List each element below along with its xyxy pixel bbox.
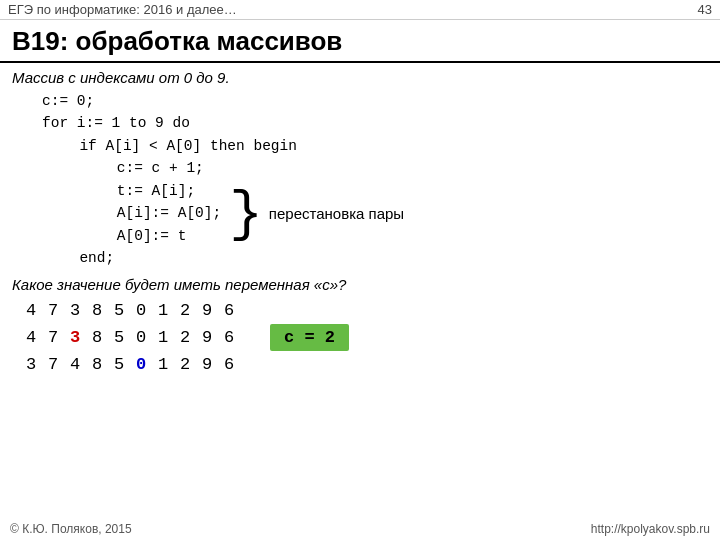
array-row-2: 4 7 3 8 5 0 1 2 9 6 c = 2 [20, 324, 708, 351]
page-title: B19: обработка массивов [0, 20, 720, 63]
code-line-7: A[0]:= t [82, 225, 221, 247]
cell-r3-2: 4 [64, 355, 86, 374]
cell-r2-4: 5 [108, 328, 130, 347]
array-row-3: 3 7 4 8 5 0 1 2 9 6 [20, 355, 708, 374]
cell-r2-6: 1 [152, 328, 174, 347]
brace-symbol: } [229, 186, 263, 242]
cell-r1-4: 5 [108, 301, 130, 320]
cell-r1-7: 2 [174, 301, 196, 320]
cell-r1-2: 3 [64, 301, 86, 320]
cell-r1-0: 4 [20, 301, 42, 320]
cell-r3-3: 8 [86, 355, 108, 374]
cell-r3-6: 1 [152, 355, 174, 374]
cell-r2-5: 0 [130, 328, 152, 347]
cell-r3-1: 7 [42, 355, 64, 374]
code-block: c:= 0; for i:= 1 to 9 do if A[i] < A[0] … [22, 90, 708, 270]
cell-r2-7: 2 [174, 328, 196, 347]
intro-text: Массив с индексами от 0 до 9. [12, 69, 708, 86]
brace-lines: t:= A[i]; A[i]:= A[0]; A[0]:= t [22, 180, 221, 247]
cell-r1-5: 0 [130, 301, 152, 320]
footer: © К.Ю. Поляков, 2015 http://kpolyakov.sp… [0, 522, 720, 536]
code-line-1: c:= 0; [42, 90, 708, 112]
cell-r2-9: 6 [218, 328, 240, 347]
brace-annotation: } перестановка пары [229, 186, 404, 242]
cell-r3-4: 5 [108, 355, 130, 374]
code-line-4: c:= c + 1; [82, 157, 708, 179]
cell-r1-6: 1 [152, 301, 174, 320]
footer-right: http://kpolyakov.spb.ru [591, 522, 710, 536]
header-bar: ЕГЭ по информатике: 2016 и далее… 43 [0, 0, 720, 20]
cell-r1-9: 6 [218, 301, 240, 320]
content: Массив с индексами от 0 до 9. c:= 0; for… [0, 69, 720, 374]
code-line-6: A[i]:= A[0]; [82, 202, 221, 224]
array-rows: 4 7 3 8 5 0 1 2 9 6 4 7 3 8 5 0 1 2 9 6 … [20, 301, 708, 374]
cell-r2-0: 4 [20, 328, 42, 347]
cell-r2-2: 3 [64, 328, 86, 347]
cell-r3-5: 0 [130, 355, 152, 374]
brace-text: перестановка пары [269, 202, 404, 225]
cell-r2-3: 8 [86, 328, 108, 347]
code-line-8: end; [62, 247, 708, 269]
question-text: Какое значение будет иметь переменная «с… [12, 276, 708, 293]
cell-r3-9: 6 [218, 355, 240, 374]
cell-r3-8: 9 [196, 355, 218, 374]
slide-number: 43 [698, 2, 712, 17]
cell-r3-0: 3 [20, 355, 42, 374]
cell-r1-3: 8 [86, 301, 108, 320]
result-badge: c = 2 [270, 324, 349, 351]
brace-section: t:= A[i]; A[i]:= A[0]; A[0]:= t } перест… [22, 180, 708, 247]
cell-r3-7: 2 [174, 355, 196, 374]
code-line-3: if A[i] < A[0] then begin [62, 135, 708, 157]
cell-r1-1: 7 [42, 301, 64, 320]
cell-r2-1: 7 [42, 328, 64, 347]
cell-r2-8: 9 [196, 328, 218, 347]
code-line-5: t:= A[i]; [82, 180, 221, 202]
array-row-1: 4 7 3 8 5 0 1 2 9 6 [20, 301, 708, 320]
header-title: ЕГЭ по информатике: 2016 и далее… [8, 2, 237, 17]
footer-left: © К.Ю. Поляков, 2015 [10, 522, 132, 536]
code-line-2: for i:= 1 to 9 do [42, 112, 708, 134]
cell-r1-8: 9 [196, 301, 218, 320]
